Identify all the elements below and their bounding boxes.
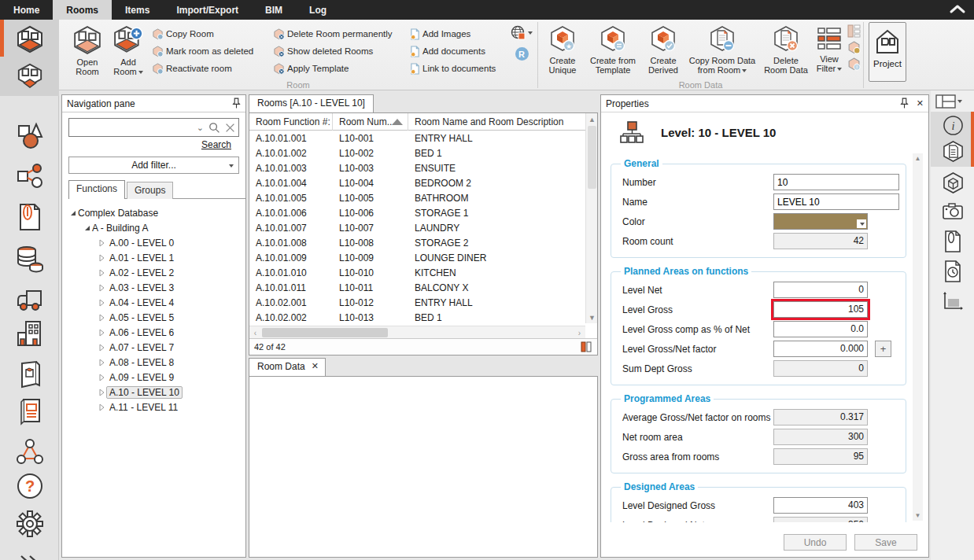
property-field[interactable]: 0 [773,360,868,377]
menu-tab[interactable]: Rooms [53,0,112,20]
tree-item-level[interactable]: A.03 - LEVEL 3 [62,280,245,295]
room-row[interactable]: A.10.01.005 L10-005 BATHROOM [249,190,585,205]
close-tab-icon[interactable]: ✕ [312,361,319,371]
pin-icon[interactable] [900,98,909,109]
menu-tab[interactable]: Log [296,0,340,20]
property-field[interactable]: 0.000 [773,341,868,357]
property-field[interactable]: 0 [773,282,868,298]
logistics-icon[interactable] [15,286,45,315]
menu-tab[interactable]: Home [0,0,53,20]
expanded-triangle-icon[interactable] [85,226,90,230]
collapsed-triangle-icon[interactable] [99,269,105,277]
add-room-button[interactable]: AddRoom [109,24,148,76]
collapsed-triangle-icon[interactable] [99,299,105,307]
rooms-icon[interactable] [15,24,45,54]
menu-tab[interactable]: BIM [252,0,296,20]
ribbon-small-button[interactable]: Mark room as deleted [152,42,267,60]
room-data-sheet-tab-icon[interactable] [942,140,964,162]
collapsed-triangle-icon[interactable] [99,284,105,292]
reports-icon[interactable] [15,397,45,427]
copy-room-data-button[interactable]: Copy Room Datafrom Room [685,24,759,75]
close-panel-icon[interactable]: ✕ [917,98,924,109]
color-swatch[interactable] [773,213,868,230]
tree-item-level[interactable]: A.08 - LEVEL 8 [62,355,245,370]
r-badge[interactable]: R [515,47,529,61]
catalog-icon[interactable] [15,359,45,389]
room-data-tab[interactable]: Room Data ✕ [249,358,326,376]
name-field[interactable] [773,193,899,210]
collapsed-triangle-icon[interactable] [99,239,105,247]
documents-icon[interactable] [15,202,45,232]
tree-item-level[interactable]: A.10 - LEVEL 10 [62,385,245,400]
undo-button[interactable]: Undo [784,534,847,551]
tree-item-level[interactable]: A.06 - LEVEL 6 [62,325,245,340]
scroll-down-icon[interactable]: ▼ [913,510,923,521]
number-field[interactable] [773,174,899,190]
collapsed-triangle-icon[interactable] [99,359,105,367]
room-row[interactable]: A.10.01.008 L10-008 STORAGE 2 [249,235,585,250]
search-history-caret[interactable]: ⌄ [197,123,204,133]
room-row[interactable]: A.10.01.010 L10-010 KITCHEN [249,265,585,280]
ribbon-small-button[interactable]: Add Images [410,25,506,42]
ribbon-small-button[interactable]: Show deleted Rooms [273,42,404,60]
ribbon-small-button[interactable]: Add documents [410,42,506,60]
search-icon[interactable] [208,122,220,134]
collapsed-triangle-icon[interactable] [99,403,105,411]
images-tab-icon[interactable] [942,201,964,223]
rooms-tab[interactable]: Rooms [A.10 - LEVEL 10] [249,94,374,112]
room-row[interactable]: A.10.02.002 L10-013 BED 1 [249,310,585,323]
areas-tab-icon[interactable] [942,290,964,312]
tree-item-level[interactable]: A.01 - LEVEL 1 [62,250,245,265]
property-field[interactable]: 403 [773,497,868,514]
room-row[interactable]: A.10.01.001 L10-001 ENTRY HALL [249,131,585,146]
horizontal-scrollbar[interactable]: ‹ › [249,326,585,338]
language-button[interactable] [511,25,533,41]
open-room-button[interactable]: OpenRoom [68,24,107,76]
search-input[interactable] [69,120,192,135]
room-row[interactable]: A.10.01.003 L10-003 ENSUITE [249,160,585,175]
ribbon-collapse-icon[interactable] [949,3,966,16]
info-tab-icon[interactable]: i [942,114,964,136]
room-row[interactable]: A.10.01.006 L10-006 STORAGE 1 [249,205,585,220]
ribbon-small-button[interactable]: Delete Room permanently [273,25,404,42]
finance-icon[interactable] [15,244,45,274]
column-header-room-name[interactable]: Room Name and Room Description [408,113,597,131]
menu-tab[interactable]: Items [112,0,163,20]
plus-button[interactable]: + [875,341,891,357]
room-row[interactable]: A.10.01.004 L10-004 BEDROOM 2 [249,175,585,190]
room-row[interactable]: A.10.01.007 L10-007 LAUNDRY [249,220,585,235]
expanded-triangle-icon[interactable] [71,211,76,216]
delete-room-data-button[interactable]: DeleteRoom Data [761,24,811,75]
property-field[interactable]: 350 [773,517,868,522]
tree-item-level[interactable]: A.04 - LEVEL 4 [62,295,245,310]
scroll-right-icon[interactable]: › [574,326,585,339]
properties-scrollbar[interactable]: ▲ ▼ [913,153,923,521]
settings-icon[interactable] [15,509,45,539]
tree-item-level[interactable]: A.02 - LEVEL 2 [62,265,245,280]
tree-item-level[interactable]: A.07 - LEVEL 7 [62,340,245,355]
column-header-room-function[interactable]: Room Function #: [249,113,333,131]
create-from-template-button[interactable]: Create fromTemplate [585,24,641,75]
tree-item-level[interactable]: A.11 - LEVEL 11 [62,400,245,414]
room-row[interactable]: A.10.01.011 L10-011 BALCONY X [249,280,585,295]
buildings-icon[interactable] [15,319,45,348]
tree-item-level[interactable]: A.05 - LEVEL 5 [62,310,245,325]
add-filter-dropdown[interactable]: Add filter... [68,157,239,174]
room-row[interactable]: A.10.01.009 L10-009 LOUNGE DINER [249,250,585,265]
tree-item-building[interactable]: A - Building A [62,220,245,235]
column-header-room-number[interactable]: Room Num... [333,113,408,131]
scroll-up-icon[interactable]: ▲ [586,113,598,125]
room-row[interactable]: A.10.01.002 L10-002 BED 1 [249,146,585,160]
create-unique-button[interactable]: ★ CreateUnique [542,24,583,75]
nav-tab[interactable]: Functions [68,180,125,199]
tree-item-level[interactable]: A.09 - LEVEL 9 [62,370,245,385]
scroll-down-icon[interactable]: ▼ [586,311,598,323]
ribbon-small-button[interactable]: Link to documents [410,60,506,77]
create-derived-button[interactable]: CreateDerived [643,24,684,75]
expand-sidebar-icon[interactable] [15,548,45,560]
room-list-tool-icon[interactable] [847,24,861,38]
save-button[interactable]: Save [854,534,917,551]
nav-tab[interactable]: Groups [127,182,173,199]
tree-item-root[interactable]: Complex Database [62,205,245,220]
collapsed-triangle-icon[interactable] [99,389,105,396]
